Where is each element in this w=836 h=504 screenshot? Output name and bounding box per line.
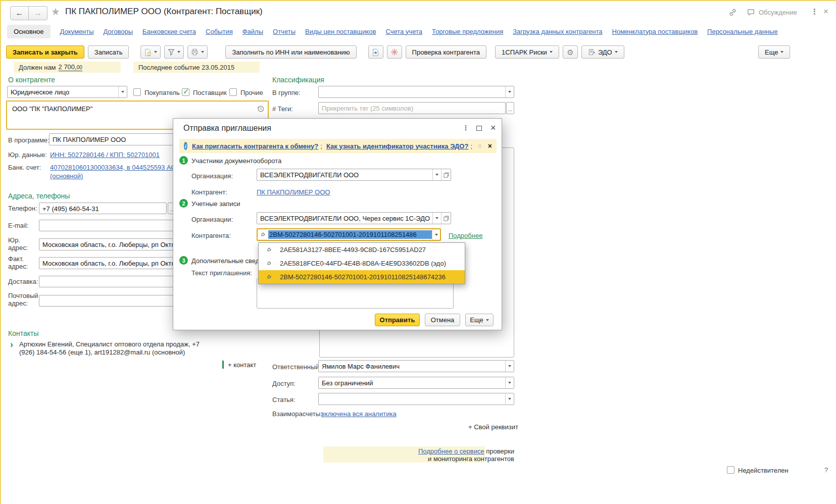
- discussion-label[interactable]: Обсуждение: [759, 9, 797, 16]
- spark-check-button[interactable]: [387, 45, 402, 59]
- tab-personalnye-dannye[interactable]: Персональные данные: [707, 28, 778, 35]
- service-note: Подробнее о сервисе проверки и мониторин…: [323, 447, 514, 463]
- organization-open-icon[interactable]: [441, 169, 451, 180]
- inn-kpp-link[interactable]: ИНН: 5027280146 / КПП: 502701001: [50, 151, 160, 159]
- fill-by-inn-button[interactable]: Заполнить по ИНН или наименованию: [225, 45, 356, 59]
- details-link[interactable]: Подробнее: [449, 232, 482, 239]
- create-based-on-button[interactable]: [140, 45, 161, 59]
- contractor-account-combobox[interactable]: 2BM-5027280146-502701001-201910110825148…: [257, 228, 441, 241]
- tab-sobytiya[interactable]: События: [206, 28, 233, 35]
- dropdown-item[interactable]: 2AE5818FCE0-44FD-4E4B-8D8A-E4E9D33602DB …: [259, 257, 465, 270]
- forward-button[interactable]: →: [29, 6, 47, 20]
- favorite-star-icon[interactable]: ★: [51, 6, 60, 18]
- spark-risks-button[interactable]: 1СПАРК Риски: [495, 45, 559, 59]
- tab-dokumenty[interactable]: Документы: [60, 28, 94, 35]
- postal-address-label: Почтовый адрес:: [8, 292, 39, 307]
- debt-status: Должен нам 2 700,00: [14, 62, 121, 73]
- save-button[interactable]: Записать: [88, 45, 129, 59]
- cancel-button[interactable]: Отмена: [425, 314, 460, 326]
- add-contact-link[interactable]: + контакт: [228, 361, 256, 369]
- entity-type-dropdown-icon[interactable]: [118, 86, 127, 97]
- organization-select[interactable]: ВСЕЭЛЕКТРОДВИГАТЕЛИ ООО: [257, 169, 451, 181]
- phone-label: Телефон:: [8, 205, 37, 212]
- dropdown-item[interactable]: 2BM-5027280146-502701001-201910110825148…: [259, 270, 465, 284]
- help-link-invite[interactable]: Как пригласить контрагента к обмену?: [192, 142, 318, 150]
- settlements-link[interactable]: включена вся аналитика: [321, 410, 397, 418]
- last-event-label: Последнее событие 23.05.2015: [138, 64, 234, 71]
- contractor-account-label: Контрагента:: [191, 232, 231, 239]
- reader-mode-icon[interactable]: [478, 142, 481, 150]
- other-checkbox[interactable]: [229, 88, 237, 96]
- organizations-dropdown-icon[interactable]: [432, 213, 441, 224]
- tab-otchety[interactable]: Отчеты: [273, 28, 296, 35]
- window-menu-icon[interactable]: ⋮: [811, 7, 818, 16]
- doc-import-icon: [372, 48, 379, 56]
- dropdown-item[interactable]: 2AE581A3127-8BEE-4493-9C8D-167C5951AD27: [259, 243, 465, 257]
- link-icon[interactable]: [728, 8, 737, 17]
- invalid-checkbox[interactable]: [727, 466, 734, 474]
- check-contractor-button[interactable]: Проверка контрагента: [406, 45, 486, 59]
- modal-more-button[interactable]: Еще: [465, 314, 494, 326]
- phone-input[interactable]: +7 (495) 640-54-31: [39, 203, 167, 214]
- legal-address-input[interactable]: Московская область, г.о. Люберцы, рп Окт…: [39, 238, 173, 250]
- close-window-icon[interactable]: ×: [823, 7, 828, 17]
- bank-account-link[interactable]: 40702810601300033634, в 044525593 АО ": [50, 164, 180, 171]
- service-line2: и мониторинга контрагентов: [428, 455, 514, 463]
- service-details-link[interactable]: Подробнее о сервисе: [418, 447, 484, 455]
- debt-amount[interactable]: 2 700,00: [59, 63, 82, 71]
- tab-nomenklatura[interactable]: Номенклатура поставщиков: [612, 28, 698, 35]
- filter-button[interactable]: [164, 45, 184, 59]
- contact-entry[interactable]: Артюхин Евгений, Специалист оптового отд…: [19, 340, 209, 357]
- email-input[interactable]: [39, 220, 173, 231]
- more-button[interactable]: Еще: [758, 45, 790, 59]
- send-button[interactable]: Отправить: [375, 314, 420, 326]
- tags-ellipsis-button[interactable]: ...: [506, 102, 514, 114]
- responsible-select[interactable]: Ямилов Марс Фанилевич: [318, 360, 514, 372]
- modal-close-icon[interactable]: ×: [490, 123, 496, 133]
- bank-account-link-main[interactable]: (основной): [50, 172, 83, 180]
- fact-address-input[interactable]: Московская область, г.о. Люберцы, рп Окт…: [39, 257, 173, 269]
- tab-osnovnoe[interactable]: Основное: [7, 25, 51, 38]
- save-close-button[interactable]: Записать и закрыть: [6, 45, 84, 59]
- edo-button[interactable]: ЭДО: [581, 45, 624, 59]
- organizations-account-select[interactable]: ВСЕЭЛЕКТРОДВИГАТЕЛИ ООО, Через сервис 1С…: [257, 212, 451, 224]
- load-file-button[interactable]: [368, 45, 383, 59]
- help-question-icon[interactable]: ?: [824, 466, 828, 474]
- modal-maximize-icon[interactable]: [476, 126, 482, 131]
- tab-torg-predlozheniya[interactable]: Торговые предложения: [432, 28, 503, 35]
- tab-bank-accounts[interactable]: Банковские счета: [142, 28, 196, 35]
- article-dropdown-icon[interactable]: [505, 393, 514, 405]
- history-clock-icon[interactable]: [257, 105, 265, 113]
- contact-chevron-icon[interactable]: ›: [10, 341, 13, 348]
- organizations-open-icon[interactable]: [441, 213, 451, 224]
- tab-vidy-cen[interactable]: Виды цен поставщиков: [305, 28, 376, 35]
- back-button[interactable]: ←: [10, 6, 29, 20]
- entity-type-select[interactable]: Юридическое лицо: [7, 86, 127, 98]
- info-bar-close-icon[interactable]: ×: [488, 142, 492, 150]
- supplier-checkbox[interactable]: [182, 88, 189, 96]
- organization-dropdown-icon[interactable]: [432, 169, 441, 180]
- delivery-input[interactable]: [39, 276, 173, 287]
- print-button[interactable]: [187, 45, 208, 59]
- tab-zagruzka-dannyh[interactable]: Загрузка данных контрагента: [513, 28, 602, 35]
- access-dropdown-icon[interactable]: [505, 377, 514, 388]
- tab-scheta-ucheta[interactable]: Счета учета: [385, 28, 422, 35]
- responsible-dropdown-icon[interactable]: [505, 361, 514, 372]
- group-dropdown-icon[interactable]: [505, 86, 514, 97]
- contractor-account-dropdown-icon[interactable]: [432, 229, 440, 240]
- article-select[interactable]: [318, 393, 514, 405]
- modal-menu-icon[interactable]: ⋮: [462, 124, 469, 132]
- group-select[interactable]: [318, 86, 514, 98]
- settings-button[interactable]: ⚙: [563, 45, 578, 59]
- tab-dogovory[interactable]: Договоры: [104, 28, 133, 35]
- discussion-icon[interactable]: [747, 8, 755, 17]
- postal-address-input[interactable]: [39, 295, 173, 307]
- buyer-checkbox[interactable]: [133, 88, 141, 96]
- tab-faily[interactable]: Файлы: [242, 28, 263, 35]
- help-link-edo-id[interactable]: Как узнать идентификатор участника ЭДО?: [326, 142, 469, 150]
- tags-input[interactable]: [318, 102, 506, 114]
- toolbar: Записать и закрыть Записать Заполнить по…: [6, 45, 624, 59]
- access-select[interactable]: Без ограничений: [318, 377, 514, 389]
- own-attribute-link[interactable]: + Свой реквизит: [468, 423, 518, 431]
- contractor-link[interactable]: ПК ПАКПОЛИМЕР ООО: [257, 188, 330, 196]
